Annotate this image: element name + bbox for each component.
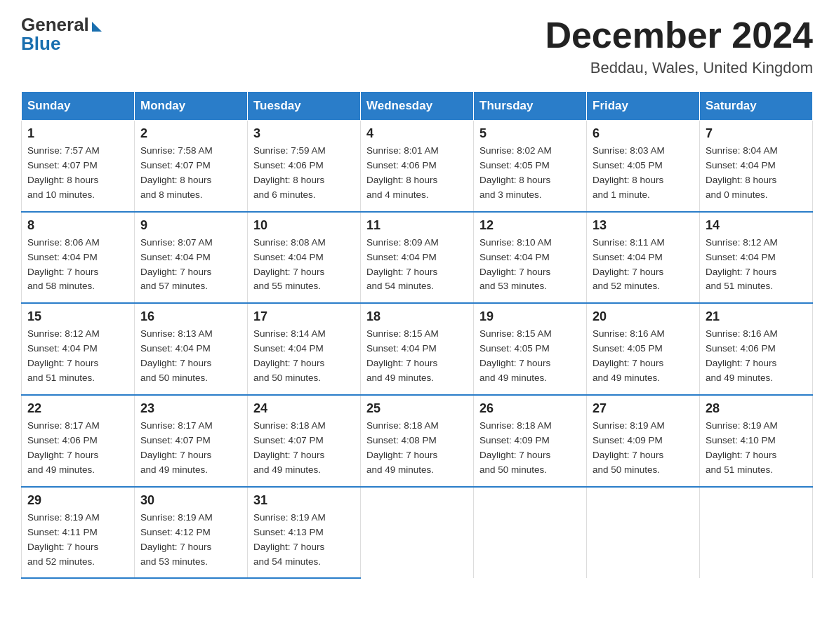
day-number: 12 bbox=[479, 218, 581, 233]
calendar-cell: 27Sunrise: 8:19 AM Sunset: 4:09 PM Dayli… bbox=[587, 395, 700, 487]
logo-arrow-icon bbox=[92, 22, 102, 32]
day-info: Sunrise: 8:19 AM Sunset: 4:11 PM Dayligh… bbox=[27, 511, 128, 570]
weekday-header-sunday: Sunday bbox=[22, 92, 135, 121]
day-number: 23 bbox=[140, 401, 241, 416]
day-info: Sunrise: 8:17 AM Sunset: 4:07 PM Dayligh… bbox=[140, 419, 241, 478]
calendar-cell: 21Sunrise: 8:16 AM Sunset: 4:06 PM Dayli… bbox=[700, 303, 813, 395]
day-info: Sunrise: 7:59 AM Sunset: 4:06 PM Dayligh… bbox=[253, 144, 355, 203]
day-number: 10 bbox=[253, 218, 355, 233]
day-info: Sunrise: 7:58 AM Sunset: 4:07 PM Dayligh… bbox=[140, 144, 241, 203]
day-number: 4 bbox=[366, 126, 468, 141]
day-number: 6 bbox=[593, 126, 694, 141]
day-number: 28 bbox=[706, 401, 807, 416]
calendar-cell: 6Sunrise: 8:03 AM Sunset: 4:05 PM Daylig… bbox=[587, 121, 700, 212]
calendar-cell: 19Sunrise: 8:15 AM Sunset: 4:05 PM Dayli… bbox=[474, 303, 587, 395]
day-info: Sunrise: 8:12 AM Sunset: 4:04 PM Dayligh… bbox=[706, 236, 807, 295]
calendar-cell: 8Sunrise: 8:06 AM Sunset: 4:04 PM Daylig… bbox=[22, 212, 135, 304]
calendar-cell: 20Sunrise: 8:16 AM Sunset: 4:05 PM Dayli… bbox=[587, 303, 700, 395]
day-info: Sunrise: 8:15 AM Sunset: 4:04 PM Dayligh… bbox=[366, 327, 468, 386]
calendar-week-row: 1Sunrise: 7:57 AM Sunset: 4:07 PM Daylig… bbox=[22, 121, 813, 212]
calendar-cell: 13Sunrise: 8:11 AM Sunset: 4:04 PM Dayli… bbox=[587, 212, 700, 304]
day-number: 3 bbox=[253, 126, 355, 141]
weekday-header-row: SundayMondayTuesdayWednesdayThursdayFrid… bbox=[22, 92, 813, 121]
title-section: December 2024 Beddau, Wales, United King… bbox=[545, 14, 813, 77]
day-info: Sunrise: 8:11 AM Sunset: 4:04 PM Dayligh… bbox=[593, 236, 694, 295]
calendar-cell bbox=[474, 487, 587, 579]
day-info: Sunrise: 8:14 AM Sunset: 4:04 PM Dayligh… bbox=[253, 327, 355, 386]
day-number: 15 bbox=[27, 309, 128, 324]
day-info: Sunrise: 8:02 AM Sunset: 4:05 PM Dayligh… bbox=[479, 144, 581, 203]
day-info: Sunrise: 8:07 AM Sunset: 4:04 PM Dayligh… bbox=[140, 236, 241, 295]
day-info: Sunrise: 8:13 AM Sunset: 4:04 PM Dayligh… bbox=[140, 327, 241, 386]
calendar-week-row: 22Sunrise: 8:17 AM Sunset: 4:06 PM Dayli… bbox=[22, 395, 813, 487]
calendar-cell: 4Sunrise: 8:01 AM Sunset: 4:06 PM Daylig… bbox=[361, 121, 474, 212]
day-info: Sunrise: 8:19 AM Sunset: 4:13 PM Dayligh… bbox=[253, 511, 355, 570]
day-number: 21 bbox=[706, 309, 807, 324]
calendar-cell: 14Sunrise: 8:12 AM Sunset: 4:04 PM Dayli… bbox=[700, 212, 813, 304]
day-info: Sunrise: 7:57 AM Sunset: 4:07 PM Dayligh… bbox=[27, 144, 128, 203]
weekday-header-thursday: Thursday bbox=[474, 92, 587, 121]
day-info: Sunrise: 8:10 AM Sunset: 4:04 PM Dayligh… bbox=[479, 236, 581, 295]
day-number: 26 bbox=[479, 401, 581, 416]
day-number: 31 bbox=[253, 493, 355, 508]
day-number: 13 bbox=[593, 218, 694, 233]
day-info: Sunrise: 8:17 AM Sunset: 4:06 PM Dayligh… bbox=[27, 419, 128, 478]
day-number: 2 bbox=[140, 126, 241, 141]
weekday-header-wednesday: Wednesday bbox=[361, 92, 474, 121]
calendar-cell: 9Sunrise: 8:07 AM Sunset: 4:04 PM Daylig… bbox=[135, 212, 248, 304]
day-info: Sunrise: 8:06 AM Sunset: 4:04 PM Dayligh… bbox=[27, 236, 128, 295]
calendar-cell: 15Sunrise: 8:12 AM Sunset: 4:04 PM Dayli… bbox=[22, 303, 135, 395]
calendar-week-row: 8Sunrise: 8:06 AM Sunset: 4:04 PM Daylig… bbox=[22, 212, 813, 304]
calendar-cell: 28Sunrise: 8:19 AM Sunset: 4:10 PM Dayli… bbox=[700, 395, 813, 487]
calendar-cell: 29Sunrise: 8:19 AM Sunset: 4:11 PM Dayli… bbox=[22, 487, 135, 579]
calendar-cell: 18Sunrise: 8:15 AM Sunset: 4:04 PM Dayli… bbox=[361, 303, 474, 395]
day-info: Sunrise: 8:08 AM Sunset: 4:04 PM Dayligh… bbox=[253, 236, 355, 295]
day-info: Sunrise: 8:19 AM Sunset: 4:10 PM Dayligh… bbox=[706, 419, 807, 478]
day-number: 22 bbox=[27, 401, 128, 416]
day-number: 11 bbox=[366, 218, 468, 233]
day-info: Sunrise: 8:16 AM Sunset: 4:06 PM Dayligh… bbox=[706, 327, 807, 386]
calendar-cell: 22Sunrise: 8:17 AM Sunset: 4:06 PM Dayli… bbox=[22, 395, 135, 487]
day-number: 8 bbox=[27, 218, 128, 233]
day-number: 27 bbox=[593, 401, 694, 416]
day-number: 19 bbox=[479, 309, 581, 324]
day-number: 30 bbox=[140, 493, 241, 508]
day-number: 25 bbox=[366, 401, 468, 416]
calendar-cell bbox=[700, 487, 813, 579]
day-number: 20 bbox=[593, 309, 694, 324]
calendar-table: SundayMondayTuesdayWednesdayThursdayFrid… bbox=[21, 91, 813, 579]
calendar-cell: 25Sunrise: 8:18 AM Sunset: 4:08 PM Dayli… bbox=[361, 395, 474, 487]
calendar-cell: 2Sunrise: 7:58 AM Sunset: 4:07 PM Daylig… bbox=[135, 121, 248, 212]
day-number: 5 bbox=[479, 126, 581, 141]
calendar-cell: 26Sunrise: 8:18 AM Sunset: 4:09 PM Dayli… bbox=[474, 395, 587, 487]
calendar-week-row: 29Sunrise: 8:19 AM Sunset: 4:11 PM Dayli… bbox=[22, 487, 813, 579]
day-info: Sunrise: 8:03 AM Sunset: 4:05 PM Dayligh… bbox=[593, 144, 694, 203]
day-info: Sunrise: 8:18 AM Sunset: 4:08 PM Dayligh… bbox=[366, 419, 468, 478]
page-header: General Blue December 2024 Beddau, Wales… bbox=[21, 14, 813, 77]
day-number: 29 bbox=[27, 493, 128, 508]
day-info: Sunrise: 8:04 AM Sunset: 4:04 PM Dayligh… bbox=[706, 144, 807, 203]
calendar-cell bbox=[361, 487, 474, 579]
month-title: December 2024 bbox=[545, 14, 813, 56]
day-info: Sunrise: 8:18 AM Sunset: 4:09 PM Dayligh… bbox=[479, 419, 581, 478]
calendar-cell: 7Sunrise: 8:04 AM Sunset: 4:04 PM Daylig… bbox=[700, 121, 813, 212]
logo: General Blue bbox=[21, 14, 102, 55]
day-info: Sunrise: 8:15 AM Sunset: 4:05 PM Dayligh… bbox=[479, 327, 581, 386]
day-info: Sunrise: 8:16 AM Sunset: 4:05 PM Dayligh… bbox=[593, 327, 694, 386]
calendar-cell: 1Sunrise: 7:57 AM Sunset: 4:07 PM Daylig… bbox=[22, 121, 135, 212]
day-number: 1 bbox=[27, 126, 128, 141]
calendar-cell: 10Sunrise: 8:08 AM Sunset: 4:04 PM Dayli… bbox=[248, 212, 361, 304]
weekday-header-monday: Monday bbox=[135, 92, 248, 121]
calendar-cell: 11Sunrise: 8:09 AM Sunset: 4:04 PM Dayli… bbox=[361, 212, 474, 304]
calendar-cell: 30Sunrise: 8:19 AM Sunset: 4:12 PM Dayli… bbox=[135, 487, 248, 579]
day-number: 7 bbox=[706, 126, 807, 141]
calendar-cell bbox=[587, 487, 700, 579]
day-number: 16 bbox=[140, 309, 241, 324]
location-title: Beddau, Wales, United Kingdom bbox=[545, 59, 813, 77]
calendar-cell: 5Sunrise: 8:02 AM Sunset: 4:05 PM Daylig… bbox=[474, 121, 587, 212]
day-number: 9 bbox=[140, 218, 241, 233]
day-info: Sunrise: 8:19 AM Sunset: 4:12 PM Dayligh… bbox=[140, 511, 241, 570]
calendar-week-row: 15Sunrise: 8:12 AM Sunset: 4:04 PM Dayli… bbox=[22, 303, 813, 395]
weekday-header-tuesday: Tuesday bbox=[248, 92, 361, 121]
calendar-cell: 3Sunrise: 7:59 AM Sunset: 4:06 PM Daylig… bbox=[248, 121, 361, 212]
